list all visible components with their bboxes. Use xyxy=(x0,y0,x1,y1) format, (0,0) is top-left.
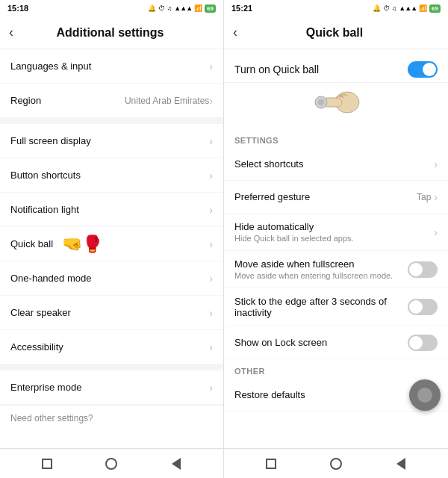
need-more-text: Need other settings? xyxy=(0,405,223,431)
restore-defaults-title: Restore defaults xyxy=(234,389,438,400)
right-back-icon xyxy=(396,458,405,470)
region-value: United Arab Emirates xyxy=(125,96,209,106)
setting-lock-screen[interactable]: Show on Lock screen xyxy=(224,326,448,359)
right-panel: 15:21 🔔 ⏱ ♫ ▲▲▲ 📶 69 ‹ Quick ball Turn o… xyxy=(224,0,448,478)
move-aside-desc: Move aside when entering fullscreen mode… xyxy=(234,271,408,280)
floating-btn-inner xyxy=(417,388,432,403)
menu-item-quickball[interactable]: Quick ball 🤜🥊 › xyxy=(0,227,223,261)
right-content: Turn on Quick ball SETTINGS Select short… xyxy=(224,49,448,448)
menu-item-onehanded[interactable]: One-handed mode › xyxy=(0,261,223,296)
left-menu-list: Languages & input › Region United Arab E… xyxy=(0,49,223,448)
left-top-bar: ‹ Additional settings xyxy=(0,16,223,49)
hand-illustration-right xyxy=(224,83,448,128)
right-music-icon: ♫ xyxy=(392,4,397,12)
lock-screen-title: Show on Lock screen xyxy=(234,337,408,348)
wifi-icon: 📶 xyxy=(194,4,202,12)
quickball-hand-icon: 🤜🥊 xyxy=(62,235,102,254)
fullscreen-chevron: › xyxy=(209,135,213,147)
right-page-title: Quick ball xyxy=(245,26,424,40)
svg-point-3 xyxy=(318,99,324,105)
quickball-toggle-row: Turn on Quick ball xyxy=(224,49,448,83)
square-icon xyxy=(42,459,52,469)
settings-section-label: SETTINGS xyxy=(224,128,448,148)
setting-preferred-gesture[interactable]: Preferred gesture Tap › xyxy=(224,181,448,214)
music-icon: ♫ xyxy=(167,4,172,12)
stick-edge-title: Stick to the edge after 3 seconds of ina… xyxy=(234,296,408,318)
right-nav-back[interactable] xyxy=(393,456,409,472)
accessibility-label: Accessibility xyxy=(10,341,63,353)
left-time: 15:18 xyxy=(7,4,28,13)
right-nav-square[interactable] xyxy=(263,456,279,472)
setting-hide-automatically[interactable]: Hide automatically Hide Quick ball in se… xyxy=(224,214,448,251)
signal-icon: ▲▲▲ xyxy=(174,4,192,12)
right-top-bar: ‹ Quick ball xyxy=(224,16,448,49)
right-signal-icon: ▲▲▲ xyxy=(399,4,417,12)
setting-stick-edge[interactable]: Stick to the edge after 3 seconds of ina… xyxy=(224,288,448,326)
quickball-toggle[interactable] xyxy=(408,61,438,78)
right-home-icon xyxy=(330,458,342,470)
quickball-toggle-label: Turn on Quick ball xyxy=(234,63,319,75)
left-back-button[interactable]: ‹ xyxy=(9,25,13,40)
button-shortcuts-chevron: › xyxy=(209,170,213,181)
right-nav-home[interactable] xyxy=(328,456,344,472)
stick-edge-toggle[interactable] xyxy=(408,299,438,315)
other-section-label: OTHER xyxy=(224,359,448,379)
right-back-button[interactable]: ‹ xyxy=(233,25,237,40)
left-status-bar: 15:18 🔔 ⏱ ♫ ▲▲▲ 📶 69 xyxy=(0,0,223,16)
right-status-bar: 15:21 🔔 ⏱ ♫ ▲▲▲ 📶 69 xyxy=(224,0,448,16)
preferred-gesture-title: Preferred gesture xyxy=(234,191,417,202)
right-wifi-icon: 📶 xyxy=(419,4,427,12)
setting-move-aside[interactable]: Move aside when fullscreen Move aside wh… xyxy=(224,251,448,288)
left-page-title: Additional settings xyxy=(21,26,199,40)
menu-item-button-shortcuts[interactable]: Button shortcuts › xyxy=(0,158,223,193)
enterprise-chevron: › xyxy=(209,382,213,394)
left-battery: 69 xyxy=(205,4,216,13)
menu-item-accessibility[interactable]: Accessibility › xyxy=(0,330,223,364)
menu-item-fullscreen[interactable]: Full screen display › xyxy=(0,124,223,158)
languages-label: Languages & input xyxy=(10,60,91,72)
timer-icon: ⏱ xyxy=(158,4,165,12)
right-square-icon xyxy=(266,459,276,469)
hide-auto-chevron: › xyxy=(434,226,438,238)
lock-screen-toggle[interactable] xyxy=(408,335,438,351)
left-nav-home[interactable] xyxy=(103,456,119,472)
notification-light-chevron: › xyxy=(209,204,213,216)
left-panel: 15:18 🔔 ⏱ ♫ ▲▲▲ 📶 69 ‹ Additional settin… xyxy=(0,0,224,478)
menu-item-enterprise[interactable]: Enterprise mode › xyxy=(0,370,223,405)
onehanded-label: One-handed mode xyxy=(10,273,91,284)
hide-auto-desc: Hide Quick ball in selected apps. xyxy=(234,234,434,243)
hide-auto-title: Hide automatically xyxy=(234,221,434,232)
menu-item-clear-speaker[interactable]: Clear speaker › xyxy=(0,296,223,330)
setting-select-shortcuts[interactable]: Select shortcuts › xyxy=(224,148,448,181)
left-status-icons: 🔔 ⏱ ♫ ▲▲▲ 📶 69 xyxy=(148,4,216,13)
move-aside-toggle[interactable] xyxy=(408,261,438,278)
right-timer-icon: ⏱ xyxy=(383,4,390,12)
region-chevron: › xyxy=(209,95,213,107)
left-nav-square[interactable] xyxy=(39,456,55,472)
menu-item-notification-light[interactable]: Notification light › xyxy=(0,193,223,227)
home-icon xyxy=(105,458,117,470)
divider-1 xyxy=(0,118,223,124)
right-alarm-icon: 🔔 xyxy=(373,4,381,12)
select-shortcuts-title: Select shortcuts xyxy=(234,158,434,170)
right-bottom-nav xyxy=(224,448,448,478)
menu-item-region[interactable]: Region United Arab Emirates › xyxy=(0,84,223,118)
preferred-gesture-value: Tap xyxy=(417,192,431,202)
quickball-label: Quick ball xyxy=(10,238,53,249)
right-status-icons: 🔔 ⏱ ♫ ▲▲▲ 📶 69 xyxy=(373,4,441,13)
move-aside-title: Move aside when fullscreen xyxy=(234,258,408,270)
left-bottom-nav xyxy=(0,448,223,478)
right-time: 15:21 xyxy=(231,4,252,13)
floating-quick-ball-button[interactable] xyxy=(409,379,441,411)
left-nav-back[interactable] xyxy=(168,456,184,472)
menu-item-languages[interactable]: Languages & input › xyxy=(0,49,223,84)
select-shortcuts-chevron: › xyxy=(434,158,438,170)
enterprise-label: Enterprise mode xyxy=(10,382,81,393)
divider-2 xyxy=(0,364,223,370)
clear-speaker-label: Clear speaker xyxy=(10,307,71,318)
clear-speaker-chevron: › xyxy=(209,307,213,319)
onehanded-chevron: › xyxy=(209,273,213,285)
back-icon xyxy=(172,458,181,470)
quickball-chevron: › xyxy=(209,238,213,250)
fullscreen-label: Full screen display xyxy=(10,135,91,146)
